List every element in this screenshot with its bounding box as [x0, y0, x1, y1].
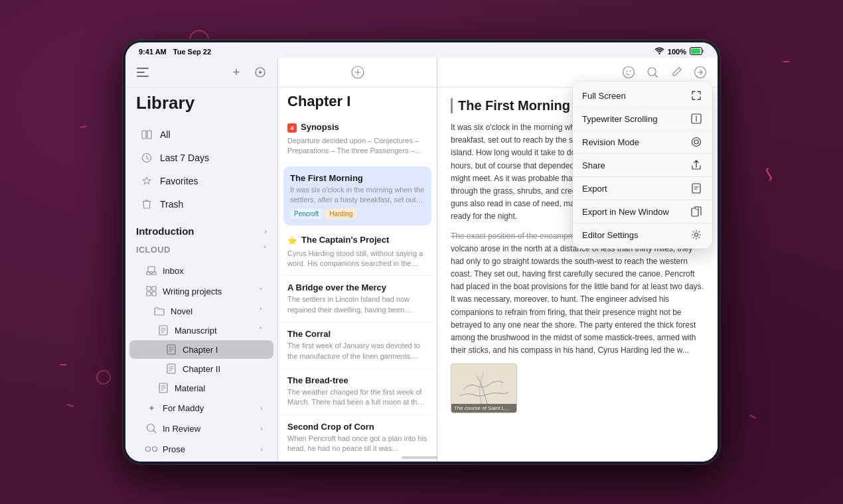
sidebar-item-writing[interactable]: Writing projects ˄	[129, 281, 273, 301]
sidebar-toggle-icon[interactable]	[133, 63, 152, 82]
first-morning-tags: Pencroft Harding	[290, 209, 425, 219]
play-icon[interactable]	[251, 63, 269, 82]
sidebar-item-all[interactable]: All	[129, 123, 273, 146]
sidebar-item-material[interactable]: Material	[129, 379, 273, 397]
last7-label: Last 7 Days	[160, 153, 209, 163]
prose-icon	[145, 443, 157, 455]
deco-squiggle-3: ∫	[763, 166, 773, 181]
novel-chevron: ˄	[259, 307, 263, 316]
menu-item-revision[interactable]: Revision Mode	[573, 131, 712, 154]
chapter1-icon	[165, 344, 177, 355]
sidebar-item-trash[interactable]: Trash	[129, 193, 273, 216]
writing-icon	[145, 285, 157, 297]
breadtree-preview: The weather changed for the first week o…	[287, 387, 427, 408]
editor-menu-icon[interactable]	[691, 63, 710, 82]
manuscript-chevron: ˄	[259, 326, 263, 335]
sidebar-item-chapter2[interactable]: Chapter II	[129, 359, 273, 378]
svg-rect-8	[142, 131, 146, 139]
sidebar-item-prose[interactable]: Prose ›	[129, 439, 273, 459]
deco-dash-2: –	[60, 356, 67, 371]
inbox-label: Inbox	[163, 266, 184, 276]
status-time: 9:41 AM	[139, 48, 167, 56]
star-icon	[140, 174, 153, 188]
map-caption: The course of Saint L...	[451, 404, 516, 412]
menu-item-export[interactable]: Export	[573, 177, 712, 200]
doc-item-captains[interactable]: ⭐ The Captain's Project Cyrus Harding st…	[278, 228, 437, 277]
synopsis-number-badge: 4	[287, 123, 297, 133]
fullscreen-icon	[690, 90, 703, 101]
svg-rect-14	[147, 292, 151, 296]
revision-label: Revision Mode	[582, 137, 639, 147]
novel-label: Novel	[171, 306, 192, 316]
svg-rect-13	[152, 286, 156, 290]
menu-item-editor-settings[interactable]: Editor Settings	[573, 223, 712, 246]
doc-list-panel: Chapter I 4 Synopsis Departure decided u…	[278, 58, 437, 462]
add-icon[interactable]: +	[227, 63, 246, 82]
sidebar-item-manuscript[interactable]: Manuscript ˄	[129, 321, 273, 340]
svg-point-0	[658, 52, 660, 54]
editor-panel: The First Morning It was six o'clock in …	[437, 58, 718, 462]
sidebar-item-inbox[interactable]: Inbox	[129, 261, 273, 281]
material-label: Material	[175, 383, 205, 393]
captains-title: The Captain's Project	[301, 235, 389, 245]
doc-list-add-icon[interactable]	[348, 63, 367, 82]
first-morning-preview: It was six o'clock in the morning when t…	[290, 185, 425, 206]
ipad-frame: 9:41 AM Tue Sep 22 100%	[123, 40, 720, 464]
share-icon	[690, 160, 703, 170]
all-label: All	[160, 129, 171, 140]
svg-point-25	[627, 71, 628, 72]
doc-item-synopsis[interactable]: 4 Synopsis Departure decided upon – Conj…	[278, 115, 437, 164]
editor-smiley-icon[interactable]	[619, 63, 638, 82]
status-date: Tue Sep 22	[173, 48, 211, 56]
icloud-chevron: ˄	[263, 245, 267, 255]
sidebar-item-formaddy[interactable]: ✦ For Maddy ›	[129, 398, 273, 418]
export-new-icon	[690, 206, 703, 217]
sidebar-nav-section: All Last 7 Days	[125, 120, 277, 219]
captains-preview: Cyrus Harding stood still, without sayin…	[287, 249, 427, 269]
chapter2-label: Chapter II	[183, 364, 220, 374]
icloud-items: Inbox Writing projects	[125, 257, 277, 462]
introduction-header[interactable]: Introduction ›	[125, 219, 277, 239]
svg-point-35	[694, 140, 698, 144]
sidebar-item-chapter1[interactable]: Chapter I	[129, 340, 273, 359]
sidebar-item-last7[interactable]: Last 7 Days	[129, 147, 273, 169]
synopsis-title: Synopsis	[301, 122, 339, 132]
formaddy-icon: ✦	[145, 402, 157, 414]
formaddy-chevron: ›	[260, 404, 263, 412]
menu-item-share[interactable]: Share	[573, 154, 712, 177]
doc-item-secondcrop[interactable]: Second Crop of Corn When Pencroft had on…	[278, 415, 437, 462]
sidebar-item-favorites[interactable]: Favorites	[129, 170, 273, 192]
doc-item-breadtree[interactable]: The Bread-tree The weather changed for t…	[278, 369, 437, 415]
favorites-label: Favorites	[160, 176, 198, 186]
doc-item-first-morning[interactable]: The First Morning It was six o'clock in …	[283, 166, 431, 225]
svg-rect-6	[137, 76, 149, 77]
menu-item-fullscreen[interactable]: Full Screen	[573, 84, 712, 107]
menu-item-export-new[interactable]: Export in New Window	[573, 200, 712, 223]
introduction-chevron: ›	[264, 227, 267, 236]
svg-point-24	[623, 67, 635, 78]
wifi-icon	[654, 46, 664, 56]
svg-point-34	[692, 138, 701, 147]
doc-item-bridge[interactable]: A Bridge over the Mercy The settlers in …	[278, 276, 437, 322]
sidebar-item-inreview[interactable]: In Review ›	[129, 418, 273, 438]
svg-point-27	[648, 68, 656, 76]
svg-rect-9	[147, 131, 151, 139]
export-label: Export	[582, 184, 607, 194]
sidebar-item-novel[interactable]: Novel ˄	[129, 302, 273, 320]
prose-chevron: ›	[260, 445, 263, 453]
inreview-label: In Review	[163, 424, 200, 434]
novel-folder-icon	[153, 305, 165, 317]
doc-item-corral[interactable]: The Corral The first week of January was…	[278, 322, 437, 369]
revision-icon	[690, 137, 703, 147]
menu-item-typewriter[interactable]: Typewriter Scrolling	[573, 107, 712, 131]
editor-edit-icon[interactable]	[667, 63, 686, 82]
svg-point-21	[146, 447, 151, 452]
fullscreen-label: Full Screen	[582, 91, 626, 101]
editor-para-2: The exact position of the encampment cou…	[451, 230, 704, 357]
bridge-title: A Bridge over the Mercy	[287, 283, 427, 292]
sidebar-toolbar: +	[125, 58, 277, 88]
first-morning-title: The First Morning	[290, 173, 425, 183]
editor-search-icon[interactable]	[643, 63, 662, 82]
dropdown-menu: Full Screen Typewriter Scrolling	[573, 82, 712, 249]
material-icon	[157, 382, 169, 394]
